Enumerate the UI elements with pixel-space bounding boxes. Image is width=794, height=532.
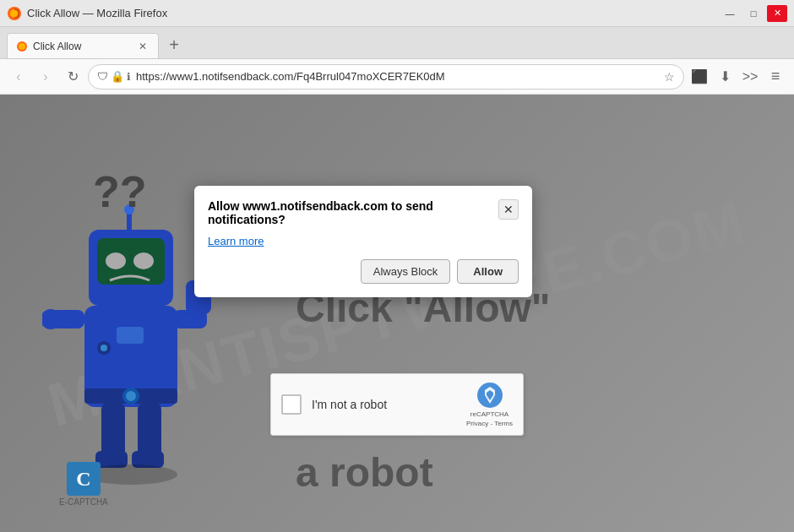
maximize-button[interactable]: □ <box>743 5 764 22</box>
svg-rect-22 <box>117 327 144 344</box>
address-bar[interactable]: 🛡 🔒 ℹ https://www1.notifsendback.com/Fq4… <box>88 64 684 90</box>
security-icons: 🛡 🔒 ℹ <box>97 70 131 83</box>
recaptcha-logo-icon <box>476 382 503 409</box>
recaptcha-logo: reCAPTCHA Privacy - Terms <box>466 382 513 428</box>
ecaptcha-icon: C <box>67 462 101 496</box>
svg-point-7 <box>106 252 126 269</box>
nav-right-buttons: ⬛ ⬇ >> ≡ <box>688 65 787 89</box>
url-display: https://www1.notifsendback.com/Fq4Brrul0… <box>136 70 659 83</box>
extensions-button[interactable]: >> <box>738 65 762 89</box>
window-title: Click Allow — Mozilla Firefox <box>27 7 167 19</box>
dialog-buttons: Always Block Allow <box>208 259 519 284</box>
title-bar-controls: — □ ✕ <box>720 5 787 22</box>
recaptcha-widget[interactable]: I'm not a robot reCAPTCHA Privacy - Term… <box>270 373 524 436</box>
tab-bar: Click Allow ✕ + <box>0 27 794 59</box>
menu-button[interactable]: ≡ <box>764 65 787 89</box>
reload-button[interactable]: ↻ <box>61 65 84 89</box>
dialog-close-button[interactable]: ✕ <box>498 199 519 220</box>
navigation-bar: ‹ › ↻ 🛡 🔒 ℹ https://www1.notifsendback.c… <box>0 59 794 95</box>
browser-window: Click Allow — Mozilla Firefox — □ ✕ Clic… <box>0 0 794 532</box>
back-button[interactable]: ‹ <box>7 65 30 89</box>
recaptcha-label: I'm not a robot <box>312 398 456 411</box>
recaptcha-brand: reCAPTCHA <box>470 410 508 419</box>
svg-point-3 <box>19 43 25 50</box>
question-marks-text: ?? <box>93 166 147 217</box>
ecaptcha-logo: C E-CAPTCHA <box>59 462 108 507</box>
dialog-title: Allow www1.notifsendback.com to send not… <box>208 199 498 226</box>
svg-rect-16 <box>138 403 161 458</box>
forward-button[interactable]: › <box>34 65 57 89</box>
learn-more-link[interactable]: Learn more <box>208 235 264 247</box>
robot-text: a robot <box>296 449 752 496</box>
title-bar: Click Allow — Mozilla Firefox — □ ✕ <box>0 0 794 27</box>
shield-icon: 🛡 <box>97 70 108 83</box>
always-block-button[interactable]: Always Block <box>361 259 451 284</box>
dialog-header: Allow www1.notifsendback.com to send not… <box>208 199 519 226</box>
recaptcha-links[interactable]: Privacy - Terms <box>466 420 513 427</box>
tab-close-button[interactable]: ✕ <box>136 40 150 53</box>
new-tab-button[interactable]: + <box>162 33 186 57</box>
download-button[interactable]: ⬇ <box>713 65 737 89</box>
svg-point-21 <box>126 391 136 401</box>
ecaptcha-label: E-CAPTCHA <box>59 497 108 507</box>
notification-dialog: Allow www1.notifsendback.com to send not… <box>194 186 532 297</box>
close-button[interactable]: ✕ <box>767 5 787 22</box>
bookmark-icon[interactable]: ☆ <box>664 70 675 84</box>
allow-button[interactable]: Allow <box>457 259 519 284</box>
active-tab[interactable]: Click Allow ✕ <box>7 33 159 58</box>
tab-favicon-icon <box>16 41 28 52</box>
firefox-logo-icon <box>7 6 22 21</box>
tab-title: Click Allow <box>33 41 131 52</box>
svg-point-24 <box>101 345 107 351</box>
minimize-button[interactable]: — <box>720 5 740 22</box>
svg-rect-15 <box>101 403 125 458</box>
svg-point-8 <box>133 252 154 269</box>
title-bar-left: Click Allow — Mozilla Firefox <box>7 6 167 21</box>
recaptcha-checkbox[interactable] <box>281 394 302 415</box>
lock-icon: 🔒 <box>111 70 124 83</box>
page-content: MYANTISPYWARE.COM ?? <box>0 95 794 532</box>
info-icon: ℹ <box>127 71 131 83</box>
pocket-button[interactable]: ⬛ <box>688 65 711 89</box>
